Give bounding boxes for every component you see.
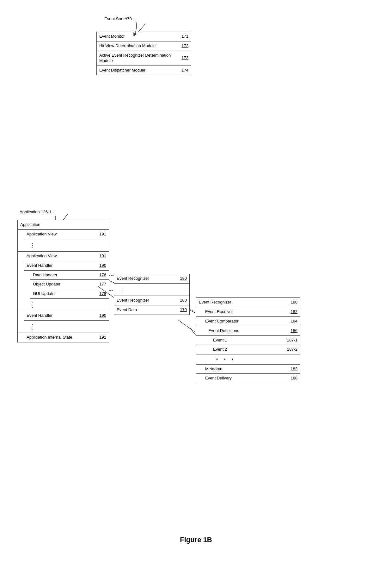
svg-line-8: [190, 309, 196, 313]
event-handler-row-1: Event Handler 190: [24, 261, 109, 271]
figure-caption: Figure 1B: [180, 536, 212, 544]
hit-view-row: Hit View Determination Module 172: [97, 41, 191, 51]
event-recognizer-mid-box: Event Recognizer 180 ⋮ Event Recognizer …: [114, 274, 190, 315]
dots-row-1: ⋮: [18, 239, 109, 252]
er-right-metadata: Metadata 183: [196, 365, 300, 374]
event-sorter-label: Event Sorter: [104, 16, 127, 21]
er-right-dots: • • •: [196, 354, 300, 364]
svg-line-9: [190, 328, 196, 335]
app-view-row-1: Application View 191: [24, 230, 109, 239]
er-right-receiver: Event Receiver 182: [196, 307, 300, 317]
er-mid-row-1: Event Recognizer 180: [114, 274, 189, 284]
event-monitor-row: Event Monitor 171: [97, 32, 191, 41]
er-right-delivery: Event Delivery 188: [196, 374, 300, 383]
svg-line-5: [178, 320, 195, 332]
event-sorter-ref: 170 ↓: [125, 16, 135, 21]
diagram-container: Event Sorter 170 ↓ Event Monitor 171 Hit…: [0, 0, 392, 563]
er-mid-event-data: Event Data 179: [114, 305, 189, 315]
dots-row-3: ⋮: [18, 321, 109, 333]
application-136-label: Application 136-1 ┐: [20, 210, 55, 214]
er-right-event2: Event 2 187-2: [196, 345, 300, 354]
er-right-definitions: Event Definitions 186: [196, 326, 300, 336]
app-internal-state-row: Application Internal State 192: [24, 333, 109, 342]
event-recognizer-right-box: Event Recognizer 180 Event Receiver 182 …: [196, 297, 300, 383]
event-dispatcher-row: Event Dispatcher Module 174: [97, 66, 191, 75]
dots-row-2: ⋮: [18, 299, 109, 311]
active-event-row: Active Event Recognizer Determination Mo…: [97, 51, 191, 66]
data-updater-row: Data Updater 176: [30, 271, 109, 280]
app-view-row-2: Application View 191: [24, 252, 109, 261]
er-right-header: Event Recognizer 180: [196, 298, 300, 307]
application-header-row: Application: [18, 220, 109, 230]
er-right-event1: Event 1 187-1: [196, 336, 300, 345]
er-mid-row-2: Event Recognizer 180: [114, 296, 189, 305]
er-right-comparator: Event Comparator 184: [196, 317, 300, 326]
application-box: Application Application View 191 ⋮ Appli…: [17, 220, 109, 342]
object-updater-row: Object Updater 177: [30, 280, 109, 289]
event-sorter-box: Event Monitor 171 Hit View Determination…: [96, 32, 191, 75]
event-handler-row-2: Event Handler 190: [24, 311, 109, 321]
er-mid-dots: ⋮: [114, 284, 189, 296]
gui-updater-row: GUI Updater 178: [30, 289, 109, 299]
